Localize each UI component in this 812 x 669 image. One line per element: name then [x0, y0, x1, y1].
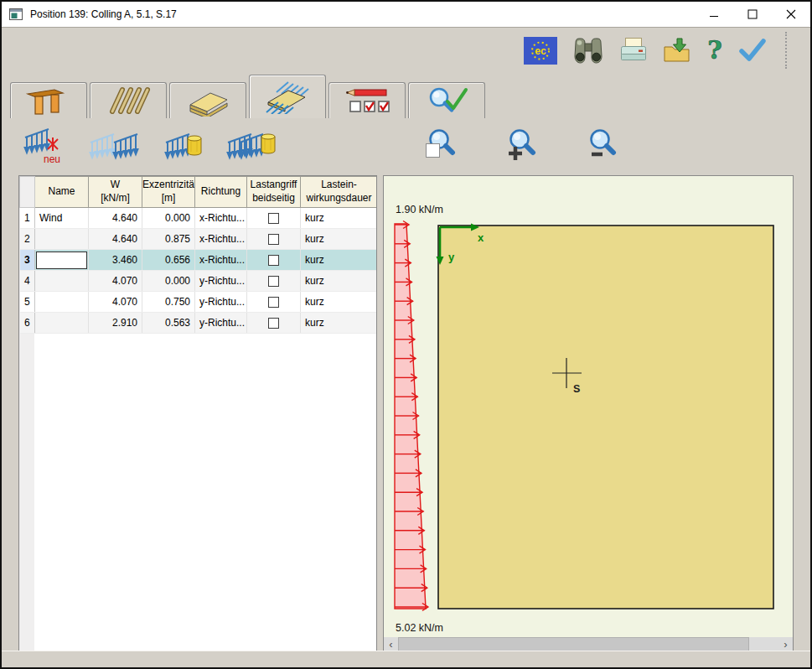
- cell-richtung[interactable]: x-Richtu...: [195, 229, 247, 250]
- delete-all-loads-button[interactable]: [226, 127, 278, 163]
- col-header-name[interactable]: Name: [35, 177, 89, 208]
- beidseitig-checkbox[interactable]: [268, 255, 279, 266]
- window-title: Position 139: Colling A, 5.1, S.17: [30, 8, 177, 20]
- tab-panel-loads[interactable]: [249, 75, 326, 118]
- cell-w[interactable]: 2.910: [89, 313, 142, 334]
- zoom-window-button[interactable]: [426, 129, 456, 161]
- zoom-toolbar: [426, 129, 639, 161]
- tab-panel[interactable]: [169, 82, 246, 118]
- cell-w[interactable]: 4.070: [89, 292, 142, 313]
- help-button[interactable]: ?: [706, 36, 723, 65]
- zoom-out-button[interactable]: [587, 129, 617, 161]
- cell-w[interactable]: 4.640: [89, 208, 142, 229]
- load-toolbar: neu: [2, 118, 810, 171]
- tab-joists[interactable]: [90, 82, 167, 118]
- apply-button[interactable]: [738, 38, 767, 63]
- panel-rectangle[interactable]: [438, 226, 773, 609]
- window-close-button[interactable]: [772, 2, 810, 27]
- cell-richtung[interactable]: y-Richtu...: [195, 271, 247, 292]
- beidseitig-checkbox[interactable]: [268, 234, 279, 245]
- panel-loads-icon: [263, 80, 312, 114]
- cell-richtung[interactable]: x-Richtu...: [195, 250, 247, 271]
- cell-name[interactable]: [35, 292, 89, 313]
- table-row-5[interactable]: 5 4.070 0.750 y-Richtu... kurz: [20, 292, 378, 313]
- joists-icon: [104, 86, 153, 116]
- col-header-w[interactable]: W [kN/m]: [89, 177, 142, 208]
- tab-design-options[interactable]: [328, 82, 406, 118]
- tab-verification[interactable]: [408, 82, 485, 118]
- tab-wall-formwork[interactable]: [10, 82, 87, 118]
- axis-x-label: x: [478, 231, 484, 244]
- close-icon: [786, 9, 796, 19]
- cell-dauer[interactable]: kurz: [301, 271, 378, 292]
- beidseitig-checkbox[interactable]: [268, 213, 279, 224]
- cell-dauer[interactable]: kurz: [301, 229, 378, 250]
- col-header-richtung[interactable]: Richtung: [195, 177, 247, 208]
- col-header-lasteinwirkungsdauer[interactable]: Lastein- wirkungsdauer: [301, 177, 378, 208]
- row-number[interactable]: 4: [20, 271, 35, 292]
- cell-w[interactable]: 4.070: [89, 271, 142, 292]
- cell-exzentrizitaet[interactable]: 0.563: [142, 313, 195, 334]
- beidseitig-checkbox[interactable]: [268, 318, 279, 329]
- delete-load-button[interactable]: [164, 127, 204, 163]
- window-maximize-button[interactable]: [733, 2, 772, 27]
- table-row-4[interactable]: 4 4.070 0.000 y-Richtu... kurz: [20, 271, 378, 292]
- col-header-exzentrizitaet[interactable]: Exzentrizität [m]: [142, 177, 195, 208]
- scrollbar-thumb[interactable]: [398, 637, 749, 651]
- window-minimize-button[interactable]: [695, 2, 733, 27]
- wall-formwork-icon: [24, 86, 73, 116]
- row-number[interactable]: 2: [20, 229, 35, 250]
- cell-w[interactable]: 3.460: [89, 250, 142, 271]
- print-button[interactable]: [619, 37, 648, 64]
- cell-dauer[interactable]: kurz: [301, 208, 378, 229]
- cell-exzentrizitaet[interactable]: 0.000: [142, 271, 195, 292]
- cell-richtung[interactable]: x-Richtu...: [195, 208, 247, 229]
- row-number[interactable]: 1: [20, 208, 35, 229]
- cell-exzentrizitaet[interactable]: 0.000: [142, 208, 195, 229]
- copy-load-button[interactable]: [87, 127, 142, 163]
- name-edit-input[interactable]: [36, 252, 87, 269]
- zoom-in-button[interactable]: [506, 129, 536, 161]
- pencil-checkboxes-icon: [344, 87, 390, 114]
- cell-name[interactable]: [35, 271, 89, 292]
- cell-w[interactable]: 4.640: [89, 229, 142, 250]
- new-load-label: neu: [44, 153, 60, 164]
- cell-name[interactable]: [35, 229, 89, 250]
- table-row-2[interactable]: 2 4.640 0.875 x-Richtu... kurz: [20, 229, 378, 250]
- import-button[interactable]: [663, 38, 691, 64]
- cell-name[interactable]: [35, 313, 89, 334]
- svg-text:?: ?: [707, 36, 722, 65]
- eurocode-button[interactable]: ec: [524, 37, 557, 65]
- print-icon: [619, 37, 648, 64]
- centroid-label: S: [573, 383, 580, 395]
- scroll-left-button[interactable]: ‹: [384, 637, 398, 651]
- eurocode-icon: ec: [524, 37, 557, 65]
- beidseitig-checkbox[interactable]: [268, 276, 279, 287]
- table-row-3-selected[interactable]: 3 3.460 0.656 x-Richtu... kurz: [20, 250, 378, 271]
- cell-richtung[interactable]: y-Richtu...: [195, 313, 247, 334]
- search-button[interactable]: [572, 36, 604, 65]
- maximize-icon: [747, 9, 758, 19]
- table-row-6[interactable]: 6 2.910 0.563 y-Richtu... kurz: [20, 313, 378, 334]
- cell-exzentrizitaet[interactable]: 0.875: [142, 229, 195, 250]
- cell-dauer[interactable]: kurz: [301, 292, 378, 313]
- horizontal-scrollbar[interactable]: ‹ ›: [384, 637, 793, 651]
- cell-richtung[interactable]: y-Richtu...: [195, 292, 247, 313]
- apply-check-icon: [738, 38, 767, 63]
- cell-exzentrizitaet[interactable]: 0.750: [142, 292, 195, 313]
- new-load-button[interactable]: neu: [23, 126, 65, 164]
- beidseitig-checkbox[interactable]: [268, 297, 279, 308]
- cell-exzentrizitaet[interactable]: 0.656: [142, 250, 195, 271]
- row-number[interactable]: 6: [20, 313, 35, 334]
- cell-name[interactable]: Wind: [35, 208, 89, 229]
- ec-icon-label: ec: [535, 45, 546, 57]
- cell-dauer[interactable]: kurz: [301, 313, 378, 334]
- table-row-1[interactable]: 1 Wind 4.640 0.000 x-Richtu... kurz: [20, 208, 378, 229]
- scroll-right-button[interactable]: ›: [778, 637, 793, 651]
- loads-table: Name W [kN/m] Exzentrizität [m] Richtung…: [19, 176, 377, 334]
- row-number[interactable]: 3: [20, 250, 35, 271]
- row-number[interactable]: 5: [20, 292, 35, 313]
- main-toolbar: ec: [2, 27, 810, 73]
- col-header-lastangriff[interactable]: Lastangriff beidseitig: [247, 177, 301, 208]
- cell-dauer[interactable]: kurz: [301, 250, 378, 271]
